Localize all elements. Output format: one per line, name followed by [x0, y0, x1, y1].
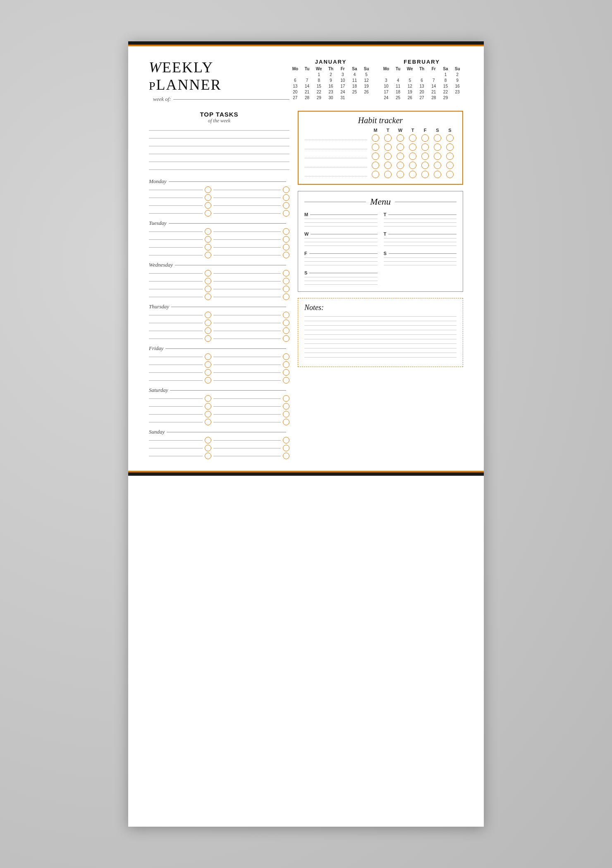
- jan-cell: 4: [349, 72, 361, 77]
- thursday-circle-r4[interactable]: [283, 335, 289, 342]
- habit-circle[interactable]: [409, 162, 416, 169]
- sunday-circle-1[interactable]: [205, 437, 211, 444]
- habit-day-t2: T: [406, 128, 419, 133]
- tuesday-circle-r2[interactable]: [283, 236, 289, 243]
- friday-circle-2[interactable]: [205, 361, 211, 368]
- wednesday-circle-r3[interactable]: [283, 286, 289, 292]
- tuesday-circle-2[interactable]: [205, 236, 211, 243]
- tuesday-circle-1[interactable]: [205, 228, 211, 235]
- wednesday-circle-r1[interactable]: [283, 270, 289, 277]
- habit-circle[interactable]: [372, 143, 379, 151]
- saturday-circle-r3[interactable]: [283, 411, 289, 417]
- habit-circle[interactable]: [409, 171, 416, 178]
- wednesday-circle-3[interactable]: [205, 286, 211, 292]
- habit-circle[interactable]: [421, 143, 429, 151]
- friday-circle-r2[interactable]: [283, 361, 289, 368]
- monday-circle-1[interactable]: [205, 186, 211, 193]
- friday-circle-4[interactable]: [205, 377, 211, 384]
- feb-hdr-th: Th: [416, 66, 428, 72]
- habit-circle[interactable]: [434, 153, 441, 160]
- friday-circle-1[interactable]: [205, 353, 211, 360]
- saturday-circle-2[interactable]: [205, 403, 211, 410]
- wednesday-circle-1[interactable]: [205, 270, 211, 277]
- habit-circle[interactable]: [372, 134, 379, 142]
- habit-circle[interactable]: [372, 171, 379, 178]
- wednesday-circle-r4[interactable]: [283, 293, 289, 300]
- habit-circle[interactable]: [384, 162, 392, 169]
- monday-circle-r2[interactable]: [283, 194, 289, 201]
- habit-circle[interactable]: [434, 134, 441, 142]
- thursday-circle-3[interactable]: [205, 327, 211, 334]
- monday-circle-r3[interactable]: [283, 202, 289, 209]
- thursday-circle-1[interactable]: [205, 312, 211, 318]
- habit-circle[interactable]: [409, 143, 416, 151]
- thursday-circle-r3[interactable]: [283, 327, 289, 334]
- feb-cell: 23: [452, 89, 463, 95]
- habit-circle[interactable]: [384, 171, 392, 178]
- habit-circle[interactable]: [397, 134, 404, 142]
- monday-circle-r4[interactable]: [283, 210, 289, 217]
- habit-circle[interactable]: [397, 143, 404, 151]
- habit-circle[interactable]: [446, 162, 454, 169]
- habit-circle[interactable]: [421, 134, 429, 142]
- habit-circle[interactable]: [434, 171, 441, 178]
- tuesday-circle-r3[interactable]: [283, 244, 289, 250]
- habit-circle[interactable]: [409, 134, 416, 142]
- tuesday-circle-3[interactable]: [205, 244, 211, 250]
- monday-circle-r1[interactable]: [283, 186, 289, 193]
- habit-circle[interactable]: [384, 143, 392, 151]
- monday-circle-3[interactable]: [205, 202, 211, 209]
- friday-circle-r3[interactable]: [283, 369, 289, 376]
- jan-cell: 16: [325, 83, 337, 89]
- task-line-3: [149, 146, 289, 146]
- habit-circle[interactable]: [409, 153, 416, 160]
- thursday-circle-r1[interactable]: [283, 312, 289, 318]
- habit-circle[interactable]: [397, 171, 404, 178]
- sunday-circle-3[interactable]: [205, 453, 211, 459]
- tuesday-circle-r1[interactable]: [283, 228, 289, 235]
- habit-circle[interactable]: [372, 162, 379, 169]
- habit-circle[interactable]: [397, 153, 404, 160]
- tuesday-circle-r4[interactable]: [283, 252, 289, 258]
- thursday-row-1: [149, 312, 289, 318]
- friday-circle-r4[interactable]: [283, 377, 289, 384]
- wednesday-circle-r2[interactable]: [283, 278, 289, 284]
- thursday-circle-r2[interactable]: [283, 320, 289, 326]
- feb-cell: 16: [452, 83, 463, 89]
- habit-circle[interactable]: [372, 153, 379, 160]
- habit-circle[interactable]: [384, 134, 392, 142]
- habit-circle[interactable]: [397, 162, 404, 169]
- habit-circle[interactable]: [446, 134, 454, 142]
- saturday-circle-r4[interactable]: [283, 419, 289, 425]
- sunday-circle-2[interactable]: [205, 445, 211, 451]
- thursday-circle-4[interactable]: [205, 335, 211, 342]
- habit-circle[interactable]: [421, 171, 429, 178]
- jan-cell: 7: [301, 78, 313, 83]
- wednesday-circle-4[interactable]: [205, 293, 211, 300]
- habit-circle[interactable]: [421, 153, 429, 160]
- sunday-circle-r1[interactable]: [283, 437, 289, 444]
- habit-circle[interactable]: [446, 153, 454, 160]
- saturday-circle-3[interactable]: [205, 411, 211, 417]
- saturday-circle-r1[interactable]: [283, 395, 289, 402]
- habit-circle[interactable]: [446, 171, 454, 178]
- thursday-circle-2[interactable]: [205, 320, 211, 326]
- friday-circle-3[interactable]: [205, 369, 211, 376]
- habit-circle[interactable]: [384, 153, 392, 160]
- sunday-circle-r2[interactable]: [283, 445, 289, 451]
- friday-circle-r1[interactable]: [283, 353, 289, 360]
- habit-circle[interactable]: [434, 143, 441, 151]
- tuesday-circle-4[interactable]: [205, 252, 211, 258]
- main-two-col: TOP TASKS of the week Monday: [149, 111, 463, 463]
- saturday-circle-1[interactable]: [205, 395, 211, 402]
- habit-circle[interactable]: [421, 162, 429, 169]
- monday-circle-2[interactable]: [205, 194, 211, 201]
- monday-circle-4[interactable]: [205, 210, 211, 217]
- sunday-circle-r3[interactable]: [283, 453, 289, 459]
- sunday-row-2: [149, 445, 289, 451]
- habit-circle[interactable]: [434, 162, 441, 169]
- habit-circle[interactable]: [446, 143, 454, 151]
- wednesday-circle-2[interactable]: [205, 278, 211, 284]
- saturday-circle-4[interactable]: [205, 419, 211, 425]
- saturday-circle-r2[interactable]: [283, 403, 289, 410]
